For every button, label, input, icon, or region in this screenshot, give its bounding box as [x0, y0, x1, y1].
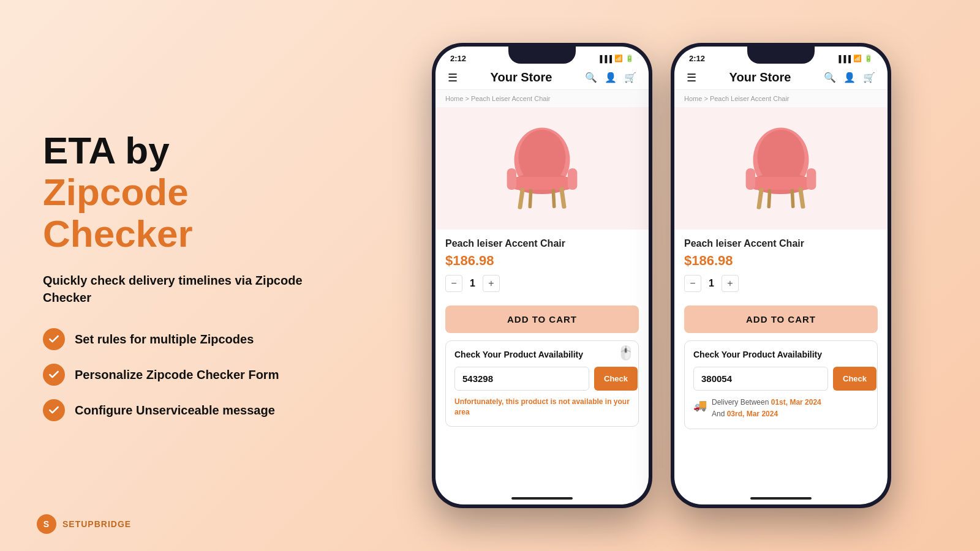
phone-1-error-msg: Unfortunately, this product is not avail… [454, 397, 630, 418]
phone-1-nav-icons: 🔍 👤 🛒 [585, 72, 636, 83]
brand-name: SETUPBRIDGE [62, 519, 131, 529]
svg-rect-5 [568, 168, 577, 190]
phone-2-product-image [674, 107, 888, 230]
phone-1-zipcode-input[interactable] [454, 367, 589, 391]
svg-rect-14 [746, 168, 755, 190]
delivery-date-1: 01st, Mar 2024 [771, 398, 821, 407]
feature-item-1: Set rules for multiple Zipcodes [43, 328, 318, 350]
phone-1-cart-area: ADD TO CART [435, 305, 649, 340]
phone-1-home-indicator [435, 492, 649, 504]
svg-rect-16 [756, 188, 764, 210]
phone-2-check-btn[interactable]: Check [833, 367, 876, 391]
phone-2-store-name: Your Store [729, 70, 791, 84]
phone-2-quantity-row: − 1 + [684, 275, 878, 292]
phone-1-qty-value: 1 [470, 278, 475, 289]
phone-1-add-to-cart[interactable]: ADD TO CART [445, 305, 639, 333]
phone-2-product-price: $186.98 [684, 253, 878, 269]
feature-label-1: Set rules for multiple Zipcodes [75, 332, 254, 347]
phone-1-inner: 2:12 ↗ ▐▐▐ 📶 🔋 ☰ Your Store 🔍 👤 🛒 [435, 47, 649, 504]
svg-rect-15 [807, 168, 816, 190]
hamburger-icon-2[interactable]: ☰ [687, 71, 696, 84]
phone-2-notch [747, 47, 815, 64]
brand-logo: S [37, 514, 56, 534]
delivery-date-2: 03rd, Mar 2024 [727, 410, 778, 418]
phone-1-status-icons: ▐▐▐ 📶 🔋 [598, 54, 634, 62]
headline-orange2: Checker [43, 212, 193, 255]
brand: S SETUPBRIDGE [37, 514, 131, 534]
phone-2-qty-minus[interactable]: − [684, 275, 701, 292]
hamburger-icon-1[interactable]: ☰ [448, 71, 458, 84]
phone-1-nav: ☰ Your Store 🔍 👤 🛒 [435, 66, 649, 90]
phone-2-delivery-msg: 🚚 Delivery Between 01st, Mar 2024 And 03… [693, 397, 869, 420]
phone-1-quantity-row: − 1 + [445, 275, 639, 292]
phone-2-zipcode-input[interactable] [693, 367, 828, 391]
phone-1-status-bar: 2:12 ↗ ▐▐▐ 📶 🔋 [435, 47, 649, 66]
phone-1-store-name: Your Store [491, 70, 552, 84]
phone-2-nav-icons: 🔍 👤 🛒 [824, 72, 875, 83]
phone-1-product-image [435, 107, 649, 230]
phone-2-cart-area: ADD TO CART [674, 305, 888, 340]
svg-rect-17 [798, 187, 805, 209]
svg-rect-6 [518, 188, 525, 210]
check-icon-1 [43, 328, 65, 350]
signal-icon-2: ▐▐▐ [837, 55, 851, 62]
phone-1-product-info: Peach leiser Accent Chair $186.98 − 1 + [435, 230, 649, 305]
check-icon-3 [43, 399, 65, 421]
battery-icon-2: 🔋 [864, 54, 873, 62]
left-section: ETA by Zipcode Checker Quickly check del… [0, 93, 355, 459]
user-icon-1[interactable]: 👤 [605, 72, 617, 83]
subtitle: Quickly check delivery timelines via Zip… [43, 272, 318, 306]
phone-2-qty-value: 1 [709, 278, 714, 289]
phones-container: 2:12 ↗ ▐▐▐ 📶 🔋 ☰ Your Store 🔍 👤 🛒 [355, 31, 980, 520]
wifi-icon-2: 📶 [853, 54, 862, 62]
cursor-pointer: 🖱️ [617, 345, 634, 361]
phone-1-notch [508, 47, 576, 64]
phone-1-qty-plus[interactable]: + [483, 275, 500, 292]
phone-2-status-bar: 2:12 ↗ ▐▐▐ 📶 🔋 [674, 47, 888, 66]
phone-1-availability-title: Check Your Product Availability [454, 350, 630, 359]
check-icon-2 [43, 364, 65, 386]
phone-1-qty-minus[interactable]: − [445, 275, 462, 292]
svg-rect-4 [507, 168, 516, 190]
phone-1-check-btn[interactable]: Check [594, 367, 638, 391]
phone-1-availability-box: Check Your Product Availability Check Un… [445, 340, 639, 427]
phone-1-home-bar [511, 497, 573, 500]
phone-1-product-name: Peach leiser Accent Chair [445, 238, 639, 249]
cart-icon-1[interactable]: 🛒 [624, 72, 636, 83]
feature-item-3: Configure Unserviceable message [43, 399, 318, 421]
headline-black: ETA by [43, 129, 170, 171]
phone-2-delivery-text: Delivery Between 01st, Mar 2024 And 03rd… [712, 397, 821, 420]
delivery-and: And [712, 410, 727, 418]
svg-rect-7 [559, 187, 567, 209]
battery-icon-1: 🔋 [625, 54, 634, 62]
phone-2: 2:12 ↗ ▐▐▐ 📶 🔋 ☰ Your Store 🔍 👤 🛒 [671, 43, 891, 508]
search-icon-1[interactable]: 🔍 [585, 72, 597, 83]
phone-2-breadcrumb: Home > Peach Leiser Accent Chair [674, 90, 888, 107]
signal-icon-1: ▐▐▐ [598, 55, 612, 62]
cart-icon-2[interactable]: 🛒 [863, 72, 875, 83]
headline: ETA by Zipcode Checker [43, 130, 318, 255]
phone-2-zipcode-row: Check [693, 367, 869, 391]
phone-2-home-indicator [674, 492, 888, 504]
phone-2-add-to-cart[interactable]: ADD TO CART [684, 305, 878, 333]
feature-item-2: Personalize Zipcode Checker Form [43, 364, 318, 386]
phone-2-qty-plus[interactable]: + [722, 275, 739, 292]
feature-list: Set rules for multiple Zipcodes Personal… [43, 328, 318, 421]
user-icon-2[interactable]: 👤 [843, 72, 856, 83]
headline-orange: Zipcode [43, 171, 189, 213]
phone-2-nav: ☰ Your Store 🔍 👤 🛒 [674, 66, 888, 90]
phone-2-product-info: Peach leiser Accent Chair $186.98 − 1 + [674, 230, 888, 305]
phone-2-product-name: Peach leiser Accent Chair [684, 238, 878, 249]
phone-2-inner: 2:12 ↗ ▐▐▐ 📶 🔋 ☰ Your Store 🔍 👤 🛒 [674, 47, 888, 504]
phone-1: 2:12 ↗ ▐▐▐ 📶 🔋 ☰ Your Store 🔍 👤 🛒 [432, 43, 652, 508]
phone-1-product-price: $186.98 [445, 253, 639, 269]
feature-label-2: Personalize Zipcode Checker Form [75, 368, 279, 382]
phone-1-breadcrumb: Home > Peach Leiser Accent Chair [435, 90, 649, 107]
phone-2-availability-title: Check Your Product Availability [693, 350, 869, 359]
phone-2-availability-box: Check Your Product Availability Check 🚚 … [684, 340, 878, 429]
delivery-label: Delivery Between [712, 398, 771, 407]
search-icon-2[interactable]: 🔍 [824, 72, 836, 83]
phone-2-home-bar [750, 497, 812, 500]
delivery-truck-icon: 🚚 [693, 397, 707, 414]
phone-2-time: 2:12 [689, 54, 705, 63]
